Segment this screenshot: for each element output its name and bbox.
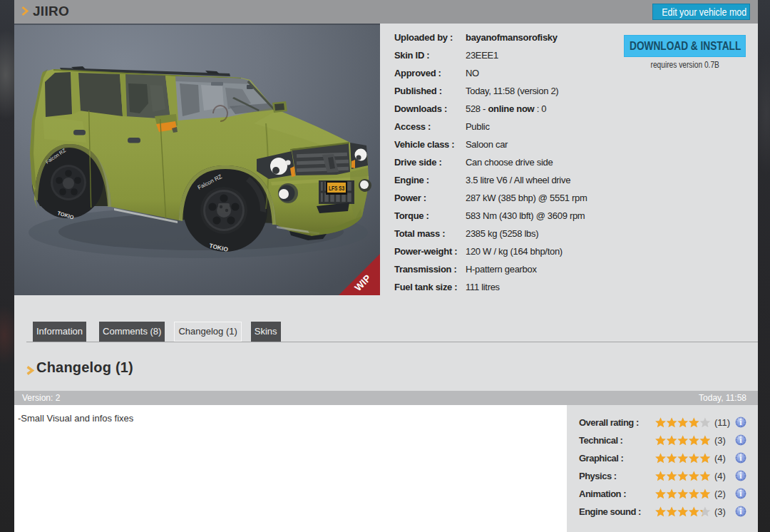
svg-text:LFS S3: LFS S3 [329,185,344,192]
